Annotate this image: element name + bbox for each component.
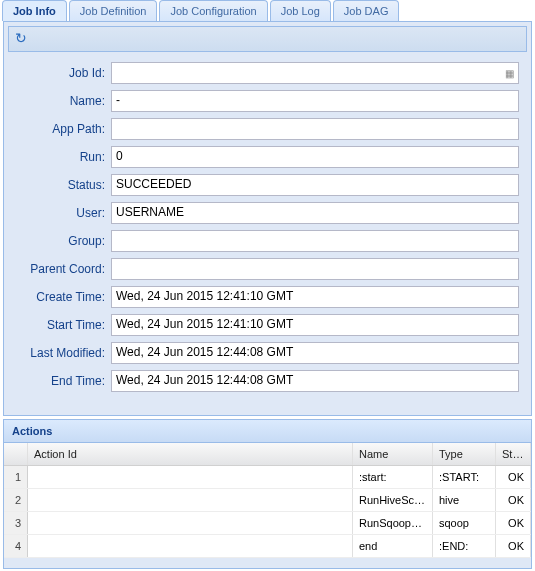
last-modified-label: Last Modified: (16, 346, 111, 360)
group-row: Group: (16, 230, 519, 252)
start-time-label: Start Time: (16, 318, 111, 332)
end-time-row: End Time: Wed, 24 Jun 2015 12:44:08 GMT (16, 370, 519, 392)
create-time-field[interactable]: Wed, 24 Jun 2015 12:41:10 GMT (111, 286, 519, 308)
col-header-type[interactable]: Type (433, 443, 496, 465)
create-time-label: Create Time: (16, 290, 111, 304)
cell-name: RunSqoopE… (353, 512, 433, 534)
tab-job-configuration[interactable]: Job Configuration (159, 0, 267, 21)
last-modified-field[interactable]: Wed, 24 Jun 2015 12:44:08 GMT (111, 342, 519, 364)
toolbar: ↻ (8, 26, 527, 52)
cell-type: :END: (433, 535, 496, 557)
actions-panel-header: Actions (4, 420, 531, 443)
tab-bar: Job Info Job Definition Job Configuratio… (0, 0, 535, 21)
run-field[interactable]: 0 (111, 146, 519, 168)
end-time-value: Wed, 24 Jun 2015 12:44:08 GMT (116, 373, 293, 387)
name-field[interactable]: - (111, 90, 519, 112)
cell-type: sqoop (433, 512, 496, 534)
tab-label: Job Log (281, 5, 320, 17)
table-row[interactable]: 3 RunSqoopE… sqoop OK (4, 512, 531, 535)
parent-coord-row: Parent Coord: (16, 258, 519, 280)
tab-label: Job Configuration (170, 5, 256, 17)
group-label: Group: (16, 234, 111, 248)
cell-status: OK (496, 512, 531, 534)
tab-label: Job Definition (80, 5, 147, 17)
group-field[interactable] (111, 230, 519, 252)
col-header-action-id[interactable]: Action Id (28, 443, 353, 465)
cell-action (28, 466, 353, 488)
actions-grid-header: Action Id Name Type Statu (4, 443, 531, 466)
actions-grid-body: 1 :start: :START: OK 2 RunHiveScript hiv… (4, 466, 531, 558)
cell-type: hive (433, 489, 496, 511)
job-info-form: Job Id: ▦ Name: - App Path: Run: 0 Statu… (4, 52, 531, 402)
table-row[interactable]: 4 end :END: OK (4, 535, 531, 558)
parent-coord-field[interactable] (111, 258, 519, 280)
last-modified-value: Wed, 24 Jun 2015 12:44:08 GMT (116, 345, 293, 359)
job-id-field[interactable]: ▦ (111, 62, 519, 84)
tab-job-info[interactable]: Job Info (2, 0, 67, 21)
tab-label: Job DAG (344, 5, 389, 17)
cell-status: OK (496, 466, 531, 488)
user-row: User: USERNAME (16, 202, 519, 224)
app-path-label: App Path: (16, 122, 111, 136)
tab-label: Job Info (13, 5, 56, 17)
row-num: 4 (4, 535, 28, 557)
tab-job-definition[interactable]: Job Definition (69, 0, 158, 21)
actions-panel: Actions Action Id Name Type Statu 1 :sta… (3, 419, 532, 569)
user-label: User: (16, 206, 111, 220)
job-id-row: Job Id: ▦ (16, 62, 519, 84)
cell-action (28, 512, 353, 534)
cell-name: end (353, 535, 433, 557)
row-num: 3 (4, 512, 28, 534)
create-time-row: Create Time: Wed, 24 Jun 2015 12:41:10 G… (16, 286, 519, 308)
table-row[interactable]: 1 :start: :START: OK (4, 466, 531, 489)
col-header-status[interactable]: Statu (496, 443, 531, 465)
cell-name: RunHiveScript (353, 489, 433, 511)
cell-type: :START: (433, 466, 496, 488)
parent-coord-label: Parent Coord: (16, 262, 111, 276)
cell-action (28, 489, 353, 511)
user-field[interactable]: USERNAME (111, 202, 519, 224)
cell-status: OK (496, 489, 531, 511)
status-row: Status: SUCCEEDED (16, 174, 519, 196)
run-label: Run: (16, 150, 111, 164)
job-info-panel: ↻ Job Id: ▦ Name: - App Path: Run: 0 Sta… (3, 21, 532, 416)
cell-action (28, 535, 353, 557)
user-value: USERNAME (116, 205, 184, 219)
tab-job-dag[interactable]: Job DAG (333, 0, 400, 21)
job-id-label: Job Id: (16, 66, 111, 80)
end-time-label: End Time: (16, 374, 111, 388)
cell-status: OK (496, 535, 531, 557)
row-num: 1 (4, 466, 28, 488)
app-path-row: App Path: (16, 118, 519, 140)
status-field[interactable]: SUCCEEDED (111, 174, 519, 196)
status-label: Status: (16, 178, 111, 192)
run-value: 0 (116, 149, 123, 163)
create-time-value: Wed, 24 Jun 2015 12:41:10 GMT (116, 289, 293, 303)
name-label: Name: (16, 94, 111, 108)
app-path-field[interactable] (111, 118, 519, 140)
cell-name: :start: (353, 466, 433, 488)
col-header-name[interactable]: Name (353, 443, 433, 465)
start-time-value: Wed, 24 Jun 2015 12:41:10 GMT (116, 317, 293, 331)
field-trigger-icon[interactable]: ▦ (505, 68, 514, 79)
run-row: Run: 0 (16, 146, 519, 168)
status-value: SUCCEEDED (116, 177, 191, 191)
row-num: 2 (4, 489, 28, 511)
start-time-field[interactable]: Wed, 24 Jun 2015 12:41:10 GMT (111, 314, 519, 336)
last-modified-row: Last Modified: Wed, 24 Jun 2015 12:44:08… (16, 342, 519, 364)
tab-job-log[interactable]: Job Log (270, 0, 331, 21)
table-row[interactable]: 2 RunHiveScript hive OK (4, 489, 531, 512)
actions-grid: Action Id Name Type Statu 1 :start: :STA… (4, 443, 531, 558)
start-time-row: Start Time: Wed, 24 Jun 2015 12:41:10 GM… (16, 314, 519, 336)
name-value: - (116, 93, 120, 107)
col-header-rownum[interactable] (4, 443, 28, 465)
refresh-icon[interactable]: ↻ (15, 31, 27, 45)
name-row: Name: - (16, 90, 519, 112)
end-time-field[interactable]: Wed, 24 Jun 2015 12:44:08 GMT (111, 370, 519, 392)
